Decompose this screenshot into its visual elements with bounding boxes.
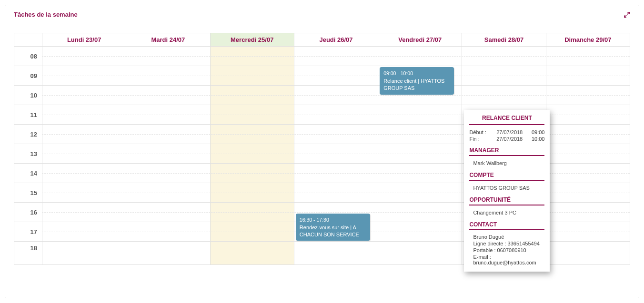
calendar-cell[interactable] (546, 183, 630, 202)
event-time: 09:00 - 10:00 (383, 70, 450, 77)
calendar-cell[interactable] (210, 144, 294, 163)
calendar-cell[interactable] (126, 222, 210, 241)
calendar-cell[interactable] (294, 66, 378, 85)
calendar-cell[interactable] (546, 203, 630, 222)
calendar-event[interactable]: 16:30 - 17:30Rendez-vous sur site | A CH… (296, 214, 370, 241)
calendar-cell[interactable] (126, 164, 210, 183)
calendar-cell[interactable] (126, 125, 210, 144)
hour-label: 09 (14, 66, 42, 85)
event-detail-popup: RELANCE CLIENT Début : 27/07/2018 09:00 … (464, 110, 550, 272)
calendar-cell[interactable] (210, 222, 294, 241)
popup-section-contact: CONTACT (469, 221, 544, 230)
calendar-cell[interactable] (378, 183, 462, 202)
calendar-cell[interactable] (546, 144, 630, 163)
calendar-cell[interactable] (42, 164, 126, 183)
calendar-cell[interactable] (210, 125, 294, 144)
hour-row: 09 (14, 66, 630, 86)
popup-contact-name: Bruno Dugué (469, 234, 544, 240)
calendar-cell[interactable] (546, 222, 630, 241)
calendar-header-row: Lundi 23/07 Mardi 24/07 Mercredi 25/07 J… (14, 33, 630, 47)
popup-start-date: 27/07/2018 (492, 129, 527, 136)
calendar-cell[interactable] (42, 222, 126, 241)
calendar-cell[interactable] (546, 105, 630, 124)
calendar-cell[interactable] (42, 183, 126, 202)
calendar-cell[interactable] (294, 183, 378, 202)
panel-title: Tâches de la semaine (14, 11, 78, 18)
calendar-cell[interactable] (378, 242, 462, 264)
calendar-cell[interactable] (210, 86, 294, 105)
calendar-cell[interactable] (294, 47, 378, 66)
day-header[interactable]: Dimanche 29/07 (546, 33, 630, 46)
calendar-cell[interactable] (42, 86, 126, 105)
popup-end-time: 10:00 (527, 136, 545, 142)
day-header[interactable]: Mardi 24/07 (126, 33, 210, 46)
calendar-cell[interactable] (294, 164, 378, 183)
event-title: Relance client | HYATTOS GROUP SAS (383, 78, 450, 92)
hour-label: 17 (14, 222, 42, 241)
calendar-cell[interactable] (294, 242, 378, 264)
expand-icon[interactable] (624, 11, 630, 18)
calendar-cell[interactable] (378, 125, 462, 144)
calendar-cell[interactable] (210, 66, 294, 85)
day-header-today[interactable]: Mercredi 25/07 (210, 33, 294, 46)
calendar-cell[interactable] (126, 183, 210, 202)
popup-opportunity-value: Changement 3 PC (469, 209, 544, 216)
calendar-cell[interactable] (462, 86, 545, 105)
hour-label: 12 (14, 125, 42, 144)
calendar-cell[interactable] (126, 105, 210, 124)
calendar-cell[interactable] (378, 47, 462, 66)
calendar-cell[interactable] (378, 144, 462, 163)
calendar-cell[interactable] (126, 203, 210, 222)
popup-section-manager: MANAGER (469, 147, 544, 156)
calendar-cell[interactable] (126, 242, 210, 264)
calendar-cell[interactable] (294, 125, 378, 144)
calendar-cell[interactable] (294, 86, 378, 105)
hour-label: 16 (14, 203, 42, 222)
calendar-cell[interactable] (126, 47, 210, 66)
calendar-cell[interactable] (42, 125, 126, 144)
day-header[interactable]: Lundi 23/07 (42, 33, 126, 46)
calendar-event[interactable]: 09:00 - 10:00Relance client | HYATTOS GR… (380, 67, 454, 95)
calendar-cell[interactable] (126, 66, 210, 85)
weekly-tasks-panel: Tâches de la semaine Lundi 23/07 Mardi 2… (5, 5, 639, 298)
popup-account-value: HYATTOS GROUP SAS (469, 184, 544, 192)
calendar-cell[interactable] (210, 242, 294, 264)
calendar-cell[interactable] (462, 66, 545, 85)
calendar-cell[interactable] (42, 203, 126, 222)
event-title: Rendez-vous sur site | A CHACUN SON SERV… (300, 224, 366, 238)
day-header[interactable]: Jeudi 26/07 (294, 33, 378, 46)
calendar-cell[interactable] (210, 203, 294, 222)
calendar-cell[interactable] (462, 47, 545, 66)
popup-contact-mobile: Portable : 0607080910 (469, 247, 544, 254)
calendar-cell[interactable] (294, 105, 378, 124)
calendar-cell[interactable] (126, 144, 210, 163)
calendar-cell[interactable] (378, 105, 462, 124)
calendar-cell[interactable] (210, 164, 294, 183)
popup-end-date: 27/07/2018 (492, 136, 527, 142)
calendar-cell[interactable] (378, 222, 462, 241)
calendar-cell[interactable] (294, 144, 378, 163)
day-header[interactable]: Samedi 28/07 (462, 33, 545, 46)
calendar-cell[interactable] (42, 47, 126, 66)
calendar-cell[interactable] (546, 66, 630, 85)
calendar-cell[interactable] (378, 203, 462, 222)
calendar-cell[interactable] (546, 86, 630, 105)
hour-label: 11 (14, 105, 42, 124)
calendar-cell[interactable] (42, 242, 126, 264)
calendar-cell[interactable] (378, 164, 462, 183)
calendar-cell[interactable] (42, 144, 126, 163)
calendar-cell[interactable] (210, 47, 294, 66)
calendar-cell[interactable] (126, 86, 210, 105)
calendar-cell[interactable] (210, 105, 294, 124)
popup-time-table: Début : 27/07/2018 09:00 Fin : 27/07/201… (469, 129, 544, 142)
calendar-cell[interactable] (546, 242, 630, 264)
calendar-cell[interactable] (210, 183, 294, 202)
popup-section-account: COMPTE (469, 172, 544, 181)
calendar-cell[interactable] (546, 125, 630, 144)
calendar-cell[interactable] (546, 164, 630, 183)
hour-label: 14 (14, 164, 42, 183)
calendar-cell[interactable] (42, 66, 126, 85)
day-header[interactable]: Vendredi 27/07 (378, 33, 462, 46)
calendar-cell[interactable] (546, 47, 630, 66)
calendar-cell[interactable] (42, 105, 126, 124)
